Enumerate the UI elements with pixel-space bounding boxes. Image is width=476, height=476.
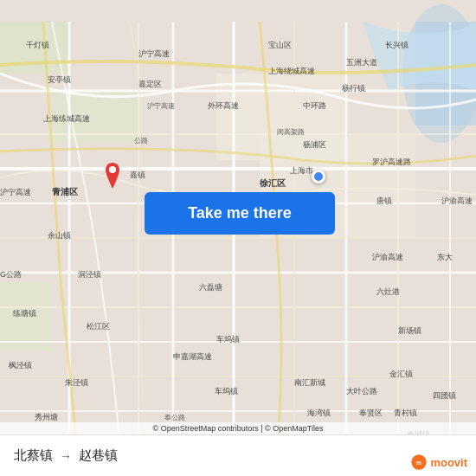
svg-text:车坞镇: 车坞镇 [216, 335, 240, 344]
bottom-navigation-bar: 北蔡镇 → 赵巷镇 m moovit [0, 434, 476, 476]
moovit-logo: m moovit [410, 453, 467, 471]
svg-text:南汇新城: 南汇新城 [294, 378, 325, 387]
svg-text:余山镇: 余山镇 [48, 231, 71, 240]
svg-text:六磊塘: 六磊塘 [199, 283, 222, 292]
take-me-there-button[interactable]: Take me there [145, 192, 335, 235]
user-location-dot [312, 170, 325, 183]
svg-text:杨行镇: 杨行镇 [341, 84, 365, 93]
svg-text:青浦区: 青浦区 [52, 187, 78, 196]
svg-text:千灯镇: 千灯镇 [26, 41, 49, 49]
location-pin [102, 163, 123, 189]
svg-text:中环路: 中环路 [303, 101, 326, 110]
svg-text:沪渝高速: 沪渝高速 [372, 253, 403, 261]
svg-text:上海绕城高速: 上海绕城高速 [268, 67, 315, 75]
svg-text:宝山区: 宝山区 [268, 41, 292, 49]
map-container: 千灯镇 安亭镇 上海练城高速 沪宁高速 G公路 练塘镇 枫泾镇 秀州塘 青浦区 … [0, 0, 476, 476]
svg-text:上海市: 上海市 [290, 166, 313, 175]
origin-place: 北蔡镇 [14, 447, 53, 464]
svg-text:车坞镇: 车坞镇 [215, 387, 238, 396]
svg-text:闵高架路: 闵高架路 [277, 128, 305, 136]
svg-text:四团镇: 四团镇 [433, 391, 456, 400]
route-info: 北蔡镇 → 赵巷镇 [14, 447, 118, 464]
arrow-icon: → [60, 449, 72, 463]
destination-place: 赵巷镇 [79, 447, 118, 464]
svg-text:沪宁高速: 沪宁高速 [147, 102, 175, 110]
svg-text:金汇镇: 金汇镇 [389, 370, 413, 378]
svg-text:嘉镇: 嘉镇 [130, 170, 145, 179]
svg-text:申嘉湖高速: 申嘉湖高速 [173, 352, 212, 361]
svg-text:东大: 东大 [437, 253, 453, 261]
svg-text:青村镇: 青村镇 [394, 408, 417, 417]
svg-text:m: m [416, 460, 421, 466]
svg-text:杨浦区: 杨浦区 [302, 140, 326, 149]
svg-text:公路: 公路 [134, 137, 148, 145]
svg-text:海湾镇: 海湾镇 [307, 408, 331, 417]
svg-text:大叶公路: 大叶公路 [346, 387, 377, 396]
svg-text:练塘镇: 练塘镇 [13, 309, 36, 318]
svg-text:徐汇区: 徐汇区 [259, 178, 286, 188]
svg-text:G公路: G公路 [0, 270, 22, 279]
svg-text:安亭镇: 安亭镇 [48, 75, 71, 84]
svg-text:外环高速: 外环高速 [208, 101, 239, 110]
svg-text:沪宁高速: 沪宁高速 [138, 49, 170, 58]
svg-text:新场镇: 新场镇 [398, 326, 421, 335]
svg-text:枫泾镇: 枫泾镇 [9, 361, 32, 370]
map-attribution: © OpenStreetMap contributors | © OpenMap… [0, 422, 476, 434]
moovit-brand-text: moovit [430, 456, 467, 469]
svg-text:罗沪高速路: 罗沪高速路 [372, 158, 411, 166]
svg-text:朱泾镇: 朱泾镇 [65, 378, 88, 387]
svg-text:上海练城高速: 上海练城高速 [43, 114, 90, 123]
svg-text:秀州塘: 秀州塘 [35, 413, 58, 421]
svg-point-78 [109, 166, 116, 173]
svg-text:沪宁高速: 沪宁高速 [0, 188, 31, 196]
svg-text:洞泾镇: 洞泾镇 [78, 270, 101, 279]
moovit-logo-icon: m [410, 453, 428, 471]
svg-text:六灶港: 六灶港 [376, 287, 400, 296]
svg-text:沪渝高速: 沪渝高速 [441, 196, 473, 205]
svg-text:松江区: 松江区 [87, 322, 110, 331]
svg-text:奉贤区: 奉贤区 [359, 408, 383, 417]
map-roads: 千灯镇 安亭镇 上海练城高速 沪宁高速 G公路 练塘镇 枫泾镇 秀州塘 青浦区 … [0, 0, 476, 476]
attribution-text: © OpenStreetMap contributors | © OpenMap… [153, 424, 324, 433]
svg-text:嘉定区: 嘉定区 [138, 80, 162, 88]
svg-text:长兴镇: 长兴镇 [385, 41, 408, 49]
cta-button-container[interactable]: Take me there [145, 192, 335, 235]
svg-text:奉公路: 奉公路 [164, 414, 185, 421]
svg-text:唐镇: 唐镇 [376, 196, 392, 205]
svg-text:五洲大道: 五洲大道 [346, 58, 377, 67]
